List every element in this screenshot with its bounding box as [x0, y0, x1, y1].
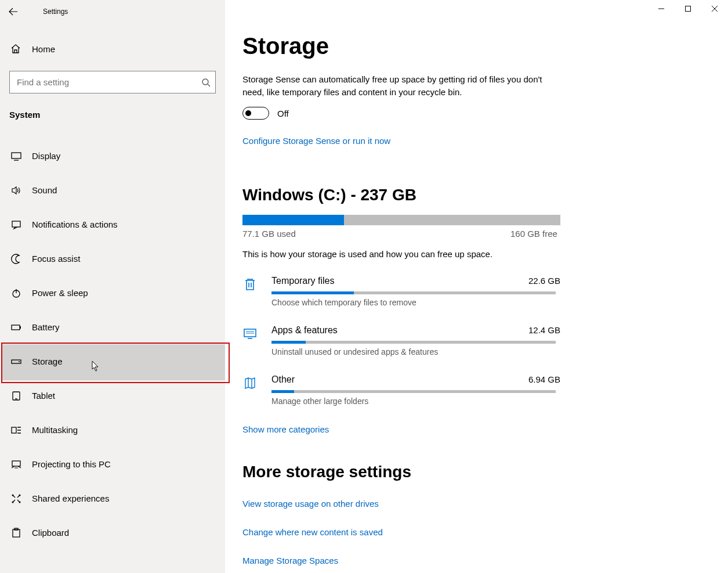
clipboard-icon: [10, 528, 22, 538]
search-icon: [197, 78, 215, 87]
display-icon: [10, 151, 22, 161]
category-desc: Uninstall unused or undesired apps & fea…: [271, 347, 438, 356]
svg-rect-1: [12, 153, 21, 158]
drive-free-label: 160 GB free: [510, 229, 557, 239]
trash-icon: [242, 277, 258, 292]
nav-home[interactable]: Home: [10, 41, 55, 56]
toggle-knob: [245, 110, 251, 116]
apps-icon: [242, 326, 258, 341]
sidebar-item-focus-assist[interactable]: Focus assist: [0, 242, 225, 276]
drive-usage-bar: [242, 215, 560, 225]
svg-rect-15: [13, 529, 20, 537]
category-bar: [271, 390, 556, 393]
sidebar-nav-list: Display Sound Notifications & actions Fo…: [0, 139, 225, 550]
sound-icon: [10, 185, 22, 196]
drive-used-label: 77.1 GB used: [242, 229, 296, 239]
map-icon: [242, 376, 258, 391]
battery-icon: [10, 322, 22, 333]
window-title: Settings: [43, 8, 68, 16]
sidebar-item-label: Display: [32, 151, 60, 161]
sidebar-item-sound[interactable]: Sound: [0, 173, 225, 207]
view-other-drives-link[interactable]: View storage usage on other drives: [242, 499, 379, 509]
sidebar-item-multitasking[interactable]: Multitasking: [0, 413, 225, 447]
show-more-categories-link[interactable]: Show more categories: [242, 424, 329, 434]
sidebar-section-header: System: [9, 110, 40, 120]
usage-explain: This is how your storage is used and how…: [242, 249, 492, 259]
svg-rect-5: [20, 326, 21, 329]
storage-sense-toggle[interactable]: [242, 107, 269, 120]
home-icon: [10, 44, 22, 54]
close-button[interactable]: [701, 0, 728, 17]
svg-point-13: [12, 501, 14, 503]
svg-rect-17: [686, 6, 691, 12]
svg-rect-9: [12, 427, 16, 433]
category-apps-features[interactable]: Apps & features 12.4 GB Uninstall unused…: [242, 325, 560, 367]
projecting-icon: [10, 459, 22, 470]
more-storage-settings-heading: More storage settings: [242, 463, 411, 481]
search-box[interactable]: [9, 71, 216, 93]
focus-assist-icon: [10, 254, 22, 264]
shared-experiences-icon: [10, 493, 22, 504]
maximize-icon: [684, 5, 691, 12]
category-name: Temporary files: [271, 276, 334, 286]
sidebar-item-display[interactable]: Display: [0, 139, 225, 173]
titlebar-left: Settings: [0, 0, 68, 23]
sidebar-item-power-sleep[interactable]: Power & sleep: [0, 276, 225, 310]
category-bar-fill: [271, 291, 354, 294]
sidebar-item-clipboard[interactable]: Clipboard: [0, 516, 225, 550]
maximize-button[interactable]: [675, 0, 701, 17]
search-input[interactable]: [10, 73, 197, 92]
category-bar: [271, 341, 556, 344]
drive-usage-fill: [242, 215, 344, 225]
category-size: 12.4 GB: [528, 325, 560, 335]
svg-rect-2: [12, 221, 20, 227]
sidebar-item-label: Multitasking: [32, 425, 78, 435]
sidebar-item-shared-experiences[interactable]: Shared experiences: [0, 481, 225, 516]
category-desc: Manage other large folders: [271, 397, 368, 406]
storage-icon: [10, 356, 22, 367]
sidebar-item-label: Shared experiences: [32, 493, 109, 503]
sidebar-item-label: Sound: [32, 185, 57, 195]
category-size: 6.94 GB: [528, 374, 560, 384]
sidebar-item-label: Projecting to this PC: [32, 459, 111, 469]
category-desc: Choose which temporary files to remove: [271, 298, 416, 307]
tablet-icon: [10, 391, 22, 401]
page-title: Storage: [242, 33, 329, 59]
category-size: 22.6 GB: [528, 276, 560, 286]
back-button[interactable]: [0, 0, 27, 23]
category-bar: [271, 291, 556, 294]
sidebar-item-label: Notifications & actions: [32, 219, 118, 229]
sidebar-item-tablet[interactable]: Tablet: [0, 379, 225, 413]
sidebar-item-battery[interactable]: Battery: [0, 310, 225, 344]
sidebar-item-label: Storage: [32, 356, 63, 366]
category-temporary-files[interactable]: Temporary files 22.6 GB Choose which tem…: [242, 276, 560, 318]
arrow-left-icon: [9, 7, 18, 16]
sidebar-item-label: Power & sleep: [32, 288, 88, 298]
svg-point-0: [202, 79, 208, 85]
manage-storage-spaces-link[interactable]: Manage Storage Spaces: [242, 556, 338, 565]
svg-point-11: [12, 494, 14, 496]
minimize-button[interactable]: [648, 0, 675, 17]
sidebar-item-label: Clipboard: [32, 528, 69, 538]
power-icon: [10, 288, 22, 298]
drive-heading: Windows (C:) - 237 GB: [242, 186, 416, 204]
category-name: Apps & features: [271, 325, 338, 336]
svg-point-12: [19, 494, 21, 496]
svg-rect-4: [12, 325, 20, 330]
sidebar: Settings Home System Display Sound Notif…: [0, 0, 225, 573]
storage-sense-toggle-label: Off: [277, 109, 289, 118]
category-other[interactable]: Other 6.94 GB Manage other large folders: [242, 374, 560, 416]
configure-storage-sense-link[interactable]: Configure Storage Sense or run it now: [242, 136, 390, 146]
storage-sense-description: Storage Sense can automatically free up …: [242, 73, 544, 99]
sidebar-item-storage[interactable]: Storage: [0, 344, 225, 379]
sidebar-item-projecting[interactable]: Projecting to this PC: [0, 447, 225, 481]
main-content: Storage Storage Sense can automatically …: [225, 0, 728, 573]
multitasking-icon: [10, 425, 22, 435]
change-save-location-link[interactable]: Change where new content is saved: [242, 527, 383, 537]
sidebar-item-notifications[interactable]: Notifications & actions: [0, 207, 225, 242]
notifications-icon: [10, 219, 22, 230]
window-controls: [648, 0, 728, 23]
sidebar-item-label: Focus assist: [32, 254, 80, 264]
nav-home-label: Home: [32, 44, 55, 54]
sidebar-item-label: Battery: [32, 322, 60, 332]
